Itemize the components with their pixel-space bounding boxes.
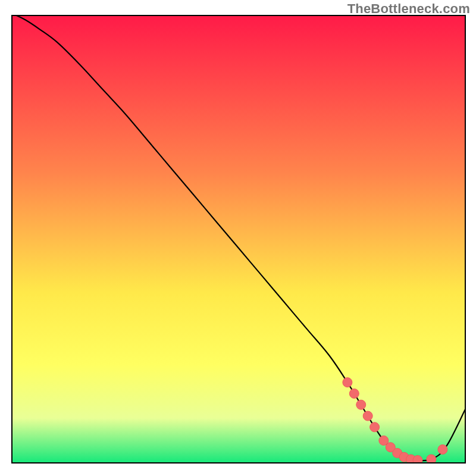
data-marker	[370, 422, 380, 432]
data-marker	[343, 378, 352, 387]
plot-background	[12, 15, 465, 463]
data-marker	[363, 411, 372, 421]
data-marker	[356, 400, 366, 409]
bottleneck-chart	[0, 0, 476, 476]
data-marker	[349, 389, 359, 398]
data-marker	[413, 455, 422, 465]
data-marker	[438, 444, 447, 454]
watermark-label: TheBottleneck.com	[347, 1, 470, 17]
chart-frame: TheBottleneck.com	[0, 0, 476, 476]
